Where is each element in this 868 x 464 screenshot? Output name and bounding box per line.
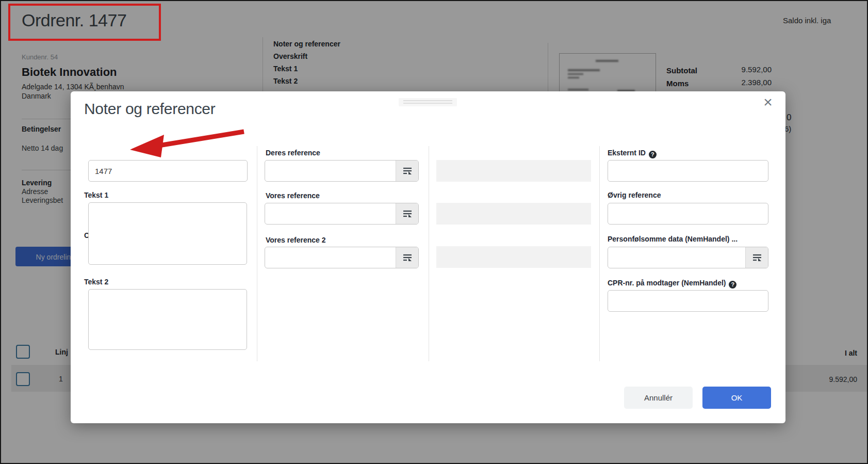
disabled-field-placeholder	[436, 203, 591, 225]
tekst1-textarea[interactable]	[88, 202, 247, 265]
deres-reference-input[interactable]	[265, 161, 396, 181]
personfolsomme-data-label: Personfølsomme data (NemHandel) ...	[608, 235, 768, 243]
insert-standard-text-button[interactable]	[396, 247, 418, 268]
vores-reference-input[interactable]	[265, 203, 396, 224]
cancel-button[interactable]: Annullér	[624, 387, 693, 409]
text-lines-arrow-icon	[752, 253, 762, 262]
ok-button[interactable]: OK	[702, 387, 771, 409]
divider	[257, 146, 257, 361]
personfolsomme-data-field	[608, 247, 768, 268]
ovrig-reference-input[interactable]	[608, 203, 768, 225]
ovrig-reference-label: Øvrig reference	[608, 191, 661, 199]
tekst2-textarea[interactable]	[88, 289, 247, 350]
text-lines-arrow-icon	[403, 209, 412, 218]
tekst2-label: Tekst 2	[84, 278, 108, 286]
personfolsomme-data-input[interactable]	[608, 247, 745, 268]
divider	[599, 146, 600, 361]
vores-reference-label: Vores reference	[266, 191, 320, 200]
cpr-nr-input[interactable]	[608, 290, 768, 312]
vores-reference2-field	[265, 247, 419, 268]
text-lines-arrow-icon	[403, 253, 412, 262]
vores-reference2-input[interactable]	[265, 247, 396, 268]
text-lines-arrow-icon	[403, 166, 412, 175]
eksternt-id-label: Eksternt ID?	[608, 149, 657, 158]
vores-reference-field	[265, 203, 419, 225]
tekst1-label: Tekst 1	[84, 191, 108, 199]
overskrift-input[interactable]	[88, 160, 248, 182]
insert-standard-text-button[interactable]	[396, 161, 418, 181]
drag-handle[interactable]	[399, 98, 457, 106]
help-icon[interactable]: ?	[729, 281, 736, 289]
dialog-title: Noter og referencer	[84, 100, 215, 118]
insert-standard-text-button[interactable]	[396, 203, 418, 224]
help-icon[interactable]: ?	[649, 151, 657, 158]
deres-reference-field	[265, 160, 419, 182]
disabled-field-placeholder	[436, 246, 591, 268]
divider	[429, 146, 429, 361]
eksternt-id-input[interactable]	[608, 160, 768, 182]
notes-references-dialog: × Noter og referencer Overskrift Tekst 1…	[71, 91, 785, 423]
disabled-field-placeholder	[436, 160, 591, 182]
cpr-nr-label: CPR-nr. på modtager (NemHandel)?	[608, 279, 736, 289]
insert-standard-text-button[interactable]	[745, 247, 768, 268]
close-icon[interactable]: ×	[759, 92, 777, 112]
vores-reference2-label: Vores reference 2	[266, 236, 325, 244]
deres-reference-label: Deres reference	[266, 149, 320, 157]
